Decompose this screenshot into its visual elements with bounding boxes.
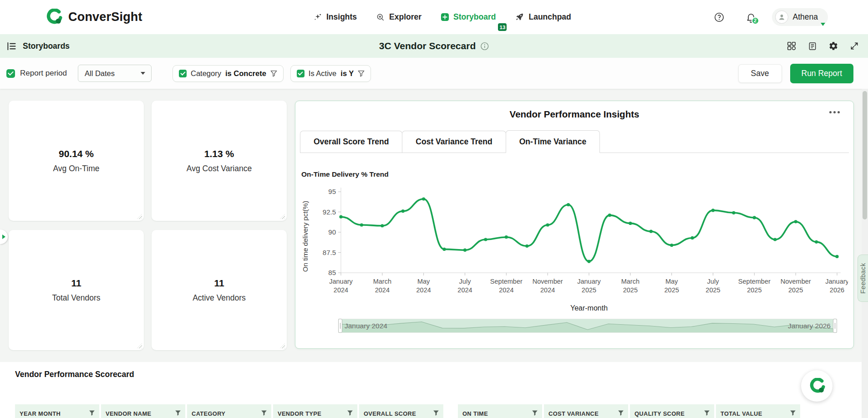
kpi-label: Active Vendors [193,293,246,303]
dashboard-content: 90.14 % Avg On-Time 1.13 % Avg Cost Vari… [0,89,868,418]
column-filter-icon[interactable] [433,410,439,416]
board-actions [787,34,859,58]
filter-chip-category[interactable]: Category is Concrete [173,65,284,82]
svg-text:January: January [825,278,848,285]
svg-text:2024: 2024 [499,286,513,294]
feedback-tab[interactable]: Feedback [858,255,868,302]
page-title: 3C Vendor Scorecard [379,41,476,51]
svg-text:January: January [329,278,353,285]
nav-item-storyboard[interactable]: Storyboard 13 [441,12,496,22]
info-icon[interactable] [480,42,489,51]
help-icon [714,12,725,23]
filter-chip-is-active[interactable]: Is Active is Y [290,65,371,82]
report-period-select[interactable]: All Dates [78,65,152,82]
dot-icon [829,111,832,113]
column-filter-icon[interactable] [175,410,181,416]
svg-text:July: July [459,278,472,285]
kpi-label: Avg Cost Variance [187,164,252,173]
x-axis-title: Year-month [341,304,837,312]
user-name: Athena [793,12,818,22]
chevron-down-icon [141,72,145,75]
report-period-check-icon[interactable] [6,69,15,78]
notifications-button[interactable]: 2 [746,12,756,23]
nav-item-insights[interactable]: Insights [313,12,357,22]
svg-text:July: July [707,278,720,285]
filter-funnel-icon[interactable] [358,70,365,77]
svg-text:92.5: 92.5 [323,208,336,216]
storyboard-count-badge: 13 [498,23,507,31]
kpi-card-active-vendors[interactable]: 11 Active Vendors [152,230,287,350]
table-header-cell: ON TIME [458,404,542,418]
storyboards-breadcrumb[interactable]: Storyboards [6,34,70,58]
scorecard-title: Vendor Performance Scorecard [15,370,134,379]
chevron-right-icon [2,234,5,239]
expand-icon [850,41,859,51]
settings-button[interactable] [828,41,838,51]
svg-text:March: March [621,278,640,285]
slider-handle-left[interactable] [338,319,342,333]
column-filter-icon[interactable] [704,410,710,416]
dot-icon [838,111,840,113]
column-filter-icon[interactable] [790,410,796,416]
column-filter-icon[interactable] [261,410,267,416]
nav-right-cluster: 2 Athena [714,0,828,34]
svg-text:2025: 2025 [665,286,679,294]
column-filter-icon[interactable] [532,410,538,416]
nav-item-launchpad[interactable]: Launchpad [515,12,571,22]
dot-icon [833,111,836,113]
layout-widgets-button[interactable] [787,41,797,51]
svg-text:2025: 2025 [706,286,720,294]
note-icon [808,41,817,51]
checkbox-checked-icon[interactable] [179,70,187,77]
kpi-value: 11 [71,278,81,289]
checkbox-checked-icon[interactable] [297,70,305,77]
scrollbar-thumb[interactable] [863,91,867,219]
chip-field-label: Category [191,69,221,78]
run-report-button[interactable]: Run Report [790,64,854,83]
svg-text:May: May [665,278,678,285]
person-icon [778,13,786,21]
column-header-label: VENDOR TYPE [278,410,321,417]
conversight-logo[interactable]: ConverSight [46,0,142,34]
column-header-label: CATEGORY [192,410,225,417]
trend-chart[interactable]: 8587.59092.595January2024March2024May202… [302,179,848,301]
main-nav: Insights Explorer Storyboard 13 Launchpa… [313,0,571,34]
svg-text:November: November [533,278,563,285]
table-header-cell: OVERALL SCORE [359,404,443,418]
storyboards-list-icon [6,41,17,51]
column-filter-icon[interactable] [347,410,353,416]
slider-end-label: January 2026 [788,319,831,333]
table-header-cell: TOTAL VALUE [716,404,800,418]
kpi-card-avg-cost-variance[interactable]: 1.13 % Avg Cost Variance [152,101,287,221]
nav-item-label: Storyboard [453,12,496,22]
card-menu-button[interactable] [827,108,843,116]
athena-chat-button[interactable] [801,370,832,402]
notes-button[interactable] [808,41,817,51]
svg-text:2025: 2025 [788,286,803,294]
kpi-card-total-vendors[interactable]: 11 Total Vendors [9,230,144,350]
conversight-logo-icon [809,378,825,394]
user-menu[interactable]: Athena [772,8,828,26]
save-button[interactable]: Save [738,64,782,83]
tab-overall-score-trend[interactable]: Overall Score Trend [300,131,402,153]
svg-text:January: January [577,278,601,285]
explorer-icon [376,13,385,22]
svg-text:2024: 2024 [334,286,348,294]
help-button[interactable] [714,12,725,23]
column-filter-icon[interactable] [89,410,95,416]
card-title: Vendor Performance Insights [295,109,853,120]
slider-handle-right[interactable] [833,319,837,333]
svg-text:2024: 2024 [540,286,555,294]
insights-tabs: Overall Score Trend Cost Variance Trend … [300,130,849,153]
fullscreen-button[interactable] [850,41,859,51]
table-header-cell: VENDOR TYPE [273,404,357,418]
kpi-card-avg-on-time[interactable]: 90.14 % Avg On-Time [9,101,144,221]
vertical-scrollbar[interactable] [862,89,868,418]
filter-funnel-icon[interactable] [270,70,277,77]
svg-text:May: May [417,278,430,285]
chart-range-slider[interactable]: January 2024 January 2026 [338,319,837,333]
column-filter-icon[interactable] [618,410,624,416]
nav-item-explorer[interactable]: Explorer [376,12,421,22]
tab-on-time-variance[interactable]: On-Time Variance [506,130,600,153]
tab-cost-variance-trend[interactable]: Cost Variance Trend [402,131,506,153]
